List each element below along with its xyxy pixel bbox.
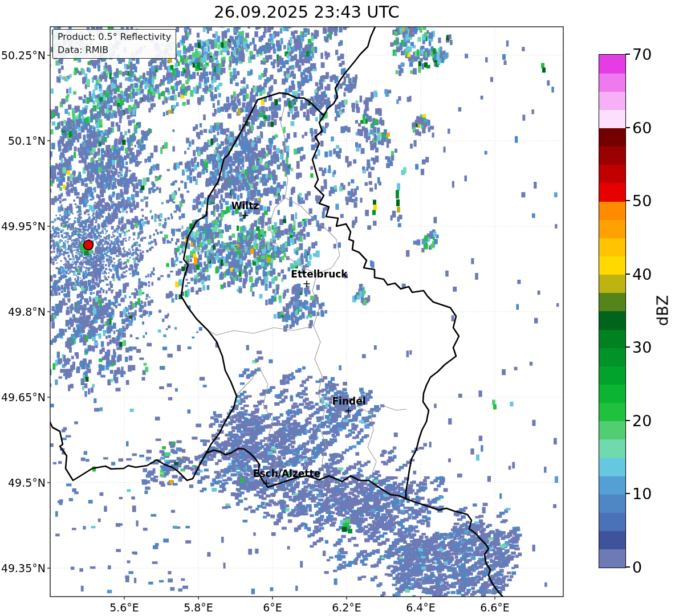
colorbar-segment [599,219,625,238]
colorbar-segment [599,439,625,458]
lat-tick-label: 49.35°N [0,562,46,574]
colorbar-tick [625,127,630,128]
lat-tick-label: 50.25°N [0,49,46,62]
colorbar-segment [599,385,625,403]
colorbar-segment [599,275,625,293]
colorbar-tick-label: 50 [632,192,652,210]
colorbar-tick [625,54,630,55]
colorbar-tick-label: 60 [632,119,652,136]
colorbar-segment [599,128,625,147]
colorbar-tick [625,346,630,348]
lat-tick-label: 49.5°N [0,476,46,489]
colorbar-segment [599,458,625,476]
colorbar-segment [599,348,625,366]
data-source-line: Data: RMIB [58,44,171,57]
colorbar-segment [599,238,625,256]
colorbar-tick-label: 0 [632,558,642,576]
city-label: Findel [332,395,365,407]
colorbar-segment [599,201,625,220]
product-line: Product: 0.5° Reflectivity [58,31,171,44]
colorbar-segment [599,109,625,128]
lon-tick-label: 6.2°E [332,601,361,614]
radar-map-canvas [0,0,675,616]
colorbar-segment [599,311,625,330]
colorbar-tick-label: 20 [632,411,652,429]
colorbar-tick [625,566,630,568]
colorbar-tick [625,493,630,494]
colorbar-segment [599,165,625,183]
colorbar-segment [599,55,625,74]
colorbar-segment [599,366,625,385]
colorbar-segment [599,146,625,165]
lon-tick-label: 5.6°E [109,601,139,614]
lon-tick-label: 6.6°E [480,601,510,614]
city-label: Ettelbruck [291,268,347,280]
colorbar [599,54,626,568]
colorbar-tick-label: 70 [632,46,652,63]
colorbar-segment [599,421,625,440]
product-info-box: Product: 0.5° Reflectivity Data: RMIB [52,29,176,59]
lon-tick-label: 6°E [263,601,282,614]
colorbar-segment [599,549,625,568]
radar-figure: 26.09.2025 23:43 UTC Product: 0.5° Refle… [0,0,675,616]
colorbar-tick [625,200,630,201]
colorbar-segment [599,403,625,422]
colorbar-segment [599,183,625,202]
figure-title: 26.09.2025 23:43 UTC [50,2,563,22]
colorbar-segment [599,476,625,495]
city-label: Wiltz [231,200,259,211]
lon-tick-label: 6.4°E [406,601,436,614]
colorbar-segment [599,91,625,110]
lat-tick-label: 49.65°N [0,391,46,403]
colorbar-segment [599,293,625,312]
lat-tick-label: 50.1°N [0,134,46,147]
colorbar-segment [599,494,625,513]
colorbar-segment [599,513,625,532]
colorbar-segment [599,73,625,92]
colorbar-tick [625,274,630,275]
colorbar-tick [625,420,630,421]
colorbar-tick-label: 30 [632,338,652,356]
lat-tick-label: 49.8°N [0,305,46,318]
colorbar-unit-label: dBZ [654,295,672,326]
colorbar-segment [599,531,625,550]
colorbar-tick-label: 10 [632,485,652,503]
lon-tick-label: 5.8°E [184,601,213,614]
colorbar-segment [599,256,625,275]
colorbar-segment [599,329,625,348]
lat-tick-label: 49.95°N [0,220,46,232]
colorbar-tick-label: 40 [632,265,652,283]
city-label: Esch/Alzette [253,468,320,479]
